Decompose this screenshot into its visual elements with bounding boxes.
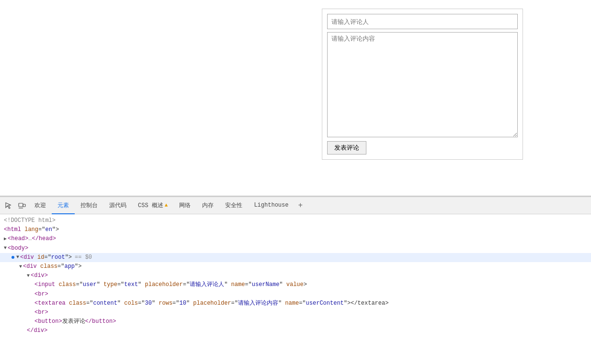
browser-page: 发表评论 (0, 0, 591, 196)
author-input[interactable] (327, 14, 518, 29)
comment-form: 发表评论 (322, 9, 523, 160)
submit-button[interactable]: 发表评论 (327, 141, 366, 154)
content-textarea[interactable] (327, 32, 518, 137)
